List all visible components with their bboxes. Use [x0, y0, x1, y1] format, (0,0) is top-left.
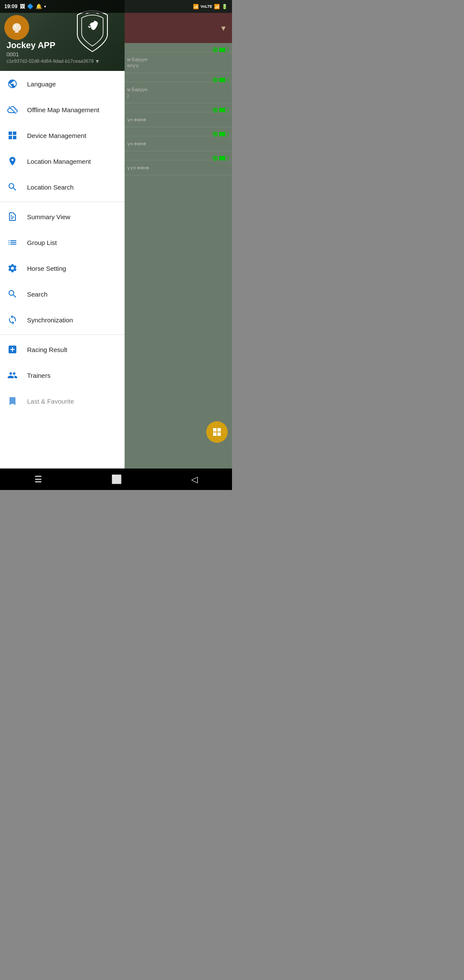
search-icon	[6, 181, 18, 193]
racing-result-label: Racing Result	[27, 346, 67, 353]
sidebar-item-racing-result[interactable]: Racing Result	[0, 337, 125, 362]
list-item: үн өмнө	[124, 136, 232, 151]
add-box-icon	[6, 343, 18, 355]
notification-icon: 🔔	[36, 3, 42, 9]
sidebar-item-group-list[interactable]: Group List	[0, 230, 125, 255]
sidebar-item-language[interactable]: Language	[0, 71, 125, 97]
svg-rect-2	[213, 432, 217, 436]
battery-bar-icon	[219, 48, 229, 52]
signal-icon: 📶	[214, 4, 220, 9]
status-left: 19:09 🖼 🔷 🔔 •	[4, 3, 46, 9]
gear-icon	[6, 262, 18, 274]
device-mgmt-label: Device Management	[27, 132, 86, 139]
app-uuid: c1e937d2-02d8-4d84-9dad-b17ceaa3678 ▾	[6, 58, 118, 64]
sidebar-item-device-management[interactable]: Device Management	[0, 122, 125, 148]
list-item: м Баруун)	[124, 82, 232, 103]
sidebar-item-summary-view[interactable]: Summary View	[0, 204, 125, 230]
location-mgmt-label: Location Management	[27, 158, 91, 165]
last-fav-label: Last & Favourite	[27, 398, 74, 405]
nav-back-button[interactable]: ◁	[187, 470, 202, 489]
sidebar-item-synchronization[interactable]: Synchronization	[0, 307, 125, 333]
list-item	[124, 73, 232, 82]
navigation-drawer: Jockey APP 0001 c1e937d2-02d8-4d84-9dad-…	[0, 0, 125, 469]
list-item	[124, 103, 232, 112]
synchronization-label: Synchronization	[27, 316, 73, 324]
sidebar-item-location-search[interactable]: Location Search	[0, 174, 125, 200]
list-item: м Баруунилүү	[124, 52, 232, 73]
language-label: Language	[27, 80, 56, 88]
bluetooth-icon: 🔷	[27, 3, 34, 9]
battery-bar-icon	[219, 108, 229, 112]
horse-setting-label: Horse Setting	[27, 265, 66, 272]
fab-icon	[212, 427, 222, 437]
status-time: 19:09	[4, 3, 18, 9]
status-bar: 19:09 🖼 🔷 🔔 • 📶 VoLTE 📶 🔋	[0, 0, 232, 13]
sidebar-item-trainers[interactable]: Trainers	[0, 362, 125, 388]
fab-button[interactable]	[206, 421, 228, 443]
right-panel-header: ▾	[124, 13, 232, 43]
document-icon	[6, 211, 18, 223]
sidebar-item-search[interactable]: Search	[0, 281, 125, 307]
cloud-off-icon	[6, 104, 18, 116]
navigation-bar: ☰ ⬜ ◁	[0, 469, 232, 490]
sidebar-item-horse-setting[interactable]: Horse Setting	[0, 255, 125, 281]
location-search-label: Location Search	[27, 184, 73, 191]
divider-1	[0, 202, 125, 202]
bookmark-icon	[6, 395, 18, 407]
app-title: Jockey APP	[6, 40, 118, 50]
svg-rect-0	[213, 428, 217, 432]
app-id: 0001	[6, 51, 118, 58]
location-pin-icon	[6, 155, 18, 167]
globe-icon	[6, 78, 18, 90]
divider-2	[0, 334, 125, 335]
dot-icon: •	[44, 3, 46, 9]
nav-menu-button[interactable]: ☰	[30, 470, 46, 489]
battery-bar-icon	[219, 78, 229, 82]
list-icon	[6, 236, 18, 248]
sync-icon	[6, 314, 18, 326]
status-right: 📶 VoLTE 📶 🔋	[193, 4, 228, 9]
battery-bar-icon	[219, 132, 229, 136]
search2-icon	[6, 288, 18, 300]
dropdown-arrow-icon[interactable]: ▾	[96, 58, 99, 64]
battery-bar-icon	[219, 156, 229, 160]
summary-view-label: Summary View	[27, 213, 70, 220]
wifi-icon: 📶	[193, 4, 199, 9]
list-item	[124, 43, 232, 52]
svg-rect-3	[217, 432, 221, 436]
list-item	[124, 127, 232, 136]
sidebar-item-offline-map[interactable]: Offline Map Management	[0, 97, 125, 122]
photo-icon: 🖼	[20, 3, 25, 9]
svg-rect-1	[217, 428, 221, 432]
grid-icon	[6, 129, 18, 141]
trainers-label: Trainers	[27, 372, 50, 379]
sidebar-item-last-fav[interactable]: Last & Favourite	[0, 388, 125, 414]
vol-icon: VoLTE	[201, 4, 212, 9]
right-panel: ▾ м Баруунилүү м Баруун) үн өмнө	[124, 13, 232, 469]
offline-map-label: Offline Map Management	[27, 106, 99, 113]
group-list-label: Group List	[27, 239, 57, 246]
nav-home-button[interactable]: ⬜	[107, 470, 126, 489]
list-item	[124, 151, 232, 160]
app-title-area: Jockey APP 0001 c1e937d2-02d8-4d84-9dad-…	[6, 15, 118, 64]
chevron-down-icon[interactable]: ▾	[221, 23, 226, 33]
list-item: үүн өмнө	[124, 160, 232, 175]
list-item: үн өмнө	[124, 112, 232, 127]
sidebar-item-location-management[interactable]: Location Management	[0, 148, 125, 174]
people-icon	[6, 369, 18, 381]
search-label: Search	[27, 291, 48, 298]
battery-icon: 🔋	[222, 4, 228, 9]
menu-section: Language Offline Map Management Device M…	[0, 71, 125, 469]
